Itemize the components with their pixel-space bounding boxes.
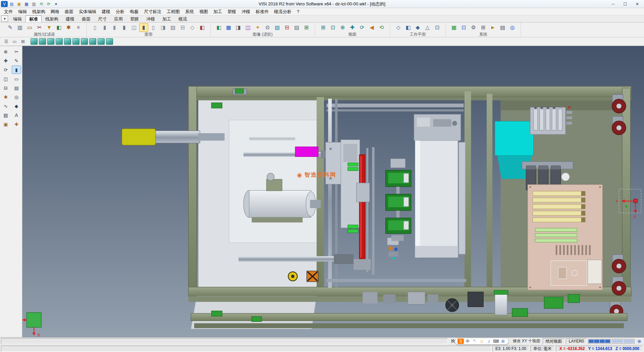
rotate-icon[interactable]: ⟳: [1, 65, 10, 74]
hatch-icon[interactable]: ▨: [1, 111, 10, 119]
reflection-icon[interactable]: ◫: [244, 23, 253, 32]
pan-icon[interactable]: ✚: [348, 23, 357, 32]
undo-icon[interactable]: ⟲: [38, 1, 45, 7]
attributes-icon[interactable]: ✎: [6, 23, 15, 32]
texture-view-icon[interactable]: ▨: [168, 23, 177, 32]
tab-mold[interactable]: 塑膜: [126, 15, 143, 22]
selection-mask-icon[interactable]: ◧: [54, 23, 63, 32]
menu-solid-edit[interactable]: 实体编辑: [76, 8, 99, 15]
left-view-cube[interactable]: [72, 38, 79, 45]
menu-standard-parts[interactable]: 标准件: [253, 8, 271, 15]
solid-view-icon[interactable]: ▮: [12, 65, 21, 74]
ime-emoji-icon[interactable]: ☺: [479, 339, 485, 344]
sogou-ime-bar[interactable]: S中°·☺♫⌨⊞: [455, 338, 509, 345]
rotate-view-icon[interactable]: ⟳: [358, 23, 367, 32]
flat-shade-icon[interactable]: ▮: [110, 23, 119, 32]
right-view-cube[interactable]: [81, 38, 88, 45]
3d-model-canvas[interactable]: X Y X: [22, 46, 644, 337]
menu-edit[interactable]: 编辑: [15, 8, 30, 15]
redo-icon[interactable]: ⟳: [45, 1, 52, 7]
menu-drafting[interactable]: 工程图: [164, 8, 182, 15]
menu-mold[interactable]: 塑模: [225, 8, 239, 15]
menu-electrode[interactable]: 电极: [127, 8, 141, 15]
3d-viewport[interactable]: X Y X ◉ 智造资料网: [22, 46, 644, 337]
menu-system[interactable]: 系统: [182, 8, 197, 15]
layer-indicator[interactable]: LAYER0: [566, 338, 587, 344]
tab-flow[interactable]: 模流: [175, 15, 191, 22]
ime-punct-icon[interactable]: °·: [472, 339, 478, 344]
zoom-in-icon[interactable]: ⊕: [338, 23, 347, 32]
axonometric-view-cube[interactable]: [31, 38, 38, 45]
menu-mesh[interactable]: 网格: [48, 8, 62, 15]
ime-toolbox-icon[interactable]: ⊞: [500, 339, 506, 344]
zoom-window-icon[interactable]: ⊡: [328, 23, 337, 32]
single-viewport-icon[interactable]: ▭: [11, 38, 18, 45]
render-mode-icon[interactable]: ◧: [198, 23, 207, 32]
menu-modeling[interactable]: 建模: [99, 8, 113, 15]
background-icon[interactable]: ▧: [273, 23, 282, 32]
menu-die[interactable]: 冲模: [239, 8, 253, 15]
menu-analysis[interactable]: 分析: [113, 8, 127, 15]
tab-die[interactable]: 冲模: [143, 15, 159, 22]
text-icon[interactable]: A: [12, 111, 21, 119]
measure-icon[interactable]: ◎: [12, 93, 21, 101]
perspective-icon[interactable]: ◇: [188, 23, 197, 32]
selection-icon[interactable]: ►: [488, 23, 497, 32]
transparent-icon[interactable]: ▯: [149, 23, 158, 32]
layer-filter-icon[interactable]: ≡: [74, 23, 83, 32]
draft-quality-icon[interactable]: ◨: [159, 23, 168, 32]
globe-icon[interactable]: ⊕: [636, 339, 643, 344]
ime-mic-icon[interactable]: ♫: [486, 339, 492, 344]
iso-right-view-cube[interactable]: [98, 38, 105, 45]
back-view-cube[interactable]: [64, 38, 71, 45]
system-settings-icon[interactable]: ⚙: [469, 23, 478, 32]
sketch-icon[interactable]: ✎: [12, 56, 21, 65]
trim-icon[interactable]: ✂: [12, 47, 21, 56]
offset-icon[interactable]: ▭: [12, 75, 21, 83]
dynamic-view-cube[interactable]: [106, 38, 113, 45]
dimension-icon[interactable]: ⊟: [1, 84, 10, 92]
workplane-3points-icon[interactable]: △: [423, 23, 432, 32]
tab-wireframe[interactable]: 线架构: [42, 15, 62, 22]
new-file-icon[interactable]: ▤: [8, 1, 15, 7]
advanced-render-icon[interactable]: ◧: [214, 23, 223, 32]
section-view-icon[interactable]: ⊟: [178, 23, 187, 32]
menu-dimensioning[interactable]: 尺寸标注: [141, 8, 164, 15]
filter-icon[interactable]: ▼: [45, 23, 54, 32]
repaint-icon[interactable]: ⟲: [377, 23, 386, 32]
menu-file[interactable]: 文件: [1, 8, 15, 15]
ime-keyboard-icon[interactable]: ⌨: [493, 339, 499, 344]
antialias-icon[interactable]: ▨: [292, 23, 301, 32]
menu-flow-analysis[interactable]: 模流分析: [271, 8, 294, 15]
zoom-select-icon[interactable]: ⊕: [1, 47, 10, 56]
group-icon[interactable]: ▣: [1, 120, 10, 128]
ucs-icon[interactable]: ✚: [12, 120, 21, 128]
previous-view-icon[interactable]: ◀: [367, 23, 376, 32]
maximize-button[interactable]: ☐: [619, 0, 631, 8]
print-icon[interactable]: ▥: [31, 1, 37, 7]
tab-surface[interactable]: 曲面: [78, 15, 94, 22]
gouraud-shade-icon[interactable]: ▮: [120, 23, 129, 32]
tab-machining[interactable]: 加工: [159, 15, 175, 22]
units-indicator[interactable]: 单位: 毫米: [530, 346, 555, 352]
material-icon[interactable]: ▦: [224, 23, 233, 32]
iso-left-view-cube[interactable]: [89, 38, 96, 45]
close-button[interactable]: ✕: [631, 0, 643, 8]
color-filter-icon[interactable]: ✱: [64, 23, 73, 32]
front-view-cube[interactable]: [56, 38, 63, 45]
layers-icon[interactable]: ▤: [12, 84, 21, 92]
wireframe-icon[interactable]: ▯: [91, 23, 100, 32]
menu-surface[interactable]: 曲面: [62, 8, 76, 15]
calculator-icon[interactable]: ▤: [498, 23, 507, 32]
color-palette-icon[interactable]: ▦: [449, 23, 459, 32]
tab-standard[interactable]: 标准: [25, 15, 42, 22]
tab-application[interactable]: 应用: [110, 15, 126, 22]
sogou-logo-icon[interactable]: S: [458, 339, 464, 344]
camera-icon[interactable]: ⊙: [263, 23, 272, 32]
zoom-all-icon[interactable]: ⊞: [319, 23, 328, 32]
shaded-wire-icon[interactable]: ◫: [129, 23, 139, 32]
point-icon[interactable]: ◆: [12, 102, 21, 110]
shadow-icon[interactable]: ◨: [234, 23, 243, 32]
system-info-icon[interactable]: ◎: [508, 23, 517, 32]
top-view-cube[interactable]: [39, 38, 46, 45]
